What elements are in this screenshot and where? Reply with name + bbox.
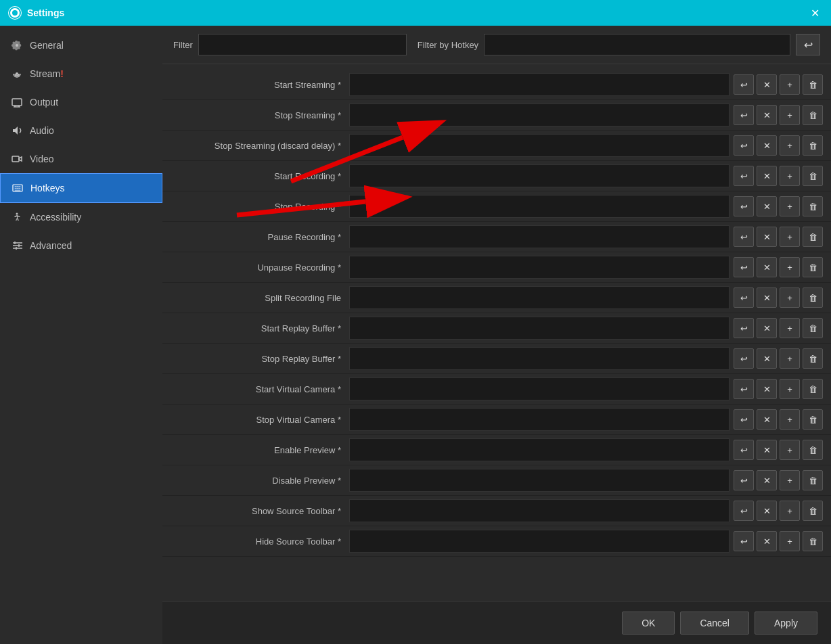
hotkey-clear-button[interactable]: ✕ — [757, 257, 777, 277]
hotkey-reset-button[interactable]: ↩ — [734, 166, 754, 186]
hotkey-reset-button[interactable]: ↩ — [734, 227, 754, 247]
hotkey-reset-button[interactable]: ↩ — [734, 409, 754, 430]
hotkey-action-group: ↩✕+🗑 — [734, 531, 823, 551]
hotkey-key-input[interactable] — [349, 499, 729, 522]
hotkey-key-input[interactable] — [349, 195, 729, 218]
hotkey-delete-button[interactable]: 🗑 — [803, 470, 823, 490]
hotkey-add-button[interactable]: + — [780, 440, 800, 460]
hotkey-clear-button[interactable]: ✕ — [757, 501, 777, 521]
hotkey-reset-button[interactable]: ↩ — [734, 379, 754, 399]
hotkey-reset-button[interactable]: ↩ — [734, 288, 754, 308]
hotkey-clear-button[interactable]: ✕ — [757, 318, 777, 338]
hotkey-clear-button[interactable]: ✕ — [757, 379, 777, 399]
hotkey-action-group: ↩✕+🗑 — [734, 318, 823, 338]
hotkey-name-label: Stop Recording * — [173, 202, 349, 212]
hotkey-delete-button[interactable]: 🗑 — [803, 440, 823, 460]
hotkey-add-button[interactable]: + — [780, 501, 800, 521]
hotkey-delete-button[interactable]: 🗑 — [803, 74, 823, 95]
hotkey-key-input[interactable] — [349, 164, 729, 187]
apply-button[interactable]: Apply — [755, 612, 817, 635]
hotkey-reset-button[interactable]: ↩ — [734, 105, 754, 125]
sidebar-item-output[interactable]: Output — [0, 88, 162, 116]
hotkey-key-input[interactable] — [349, 347, 729, 370]
sidebar-item-stream[interactable]: Stream! — [0, 60, 162, 88]
hotkey-key-input[interactable] — [349, 408, 729, 431]
hotkeys-list: Start Streaming *↩✕+🗑Stop Streaming *↩✕+… — [162, 64, 831, 601]
hotkey-reset-button[interactable]: ↩ — [734, 470, 754, 490]
hotkey-delete-button[interactable]: 🗑 — [803, 227, 823, 247]
hotkey-clear-button[interactable]: ✕ — [757, 135, 777, 156]
hotkey-clear-button[interactable]: ✕ — [757, 470, 777, 490]
hotkey-reset-button[interactable]: ↩ — [734, 348, 754, 369]
sidebar-item-accessibility[interactable]: Accessibility — [0, 203, 162, 231]
hotkey-reset-button[interactable]: ↩ — [734, 440, 754, 460]
cancel-button[interactable]: Cancel — [680, 612, 749, 635]
sidebar-item-general[interactable]: General — [0, 31, 162, 60]
hotkey-clear-button[interactable]: ✕ — [757, 227, 777, 247]
hotkey-reset-button[interactable]: ↩ — [734, 135, 754, 156]
hotkey-delete-button[interactable]: 🗑 — [803, 379, 823, 399]
hotkey-delete-button[interactable]: 🗑 — [803, 409, 823, 430]
ok-button[interactable]: OK — [622, 612, 675, 635]
hotkey-reset-button[interactable]: ↩ — [734, 501, 754, 521]
hotkey-key-input[interactable] — [349, 286, 729, 309]
hotkey-add-button[interactable]: + — [780, 105, 800, 125]
hotkey-clear-button[interactable]: ✕ — [757, 531, 777, 551]
hotkey-key-input[interactable] — [349, 377, 729, 400]
hotkey-add-button[interactable]: + — [780, 288, 800, 308]
hotkey-key-input[interactable] — [349, 134, 729, 157]
sidebar-item-audio[interactable]: Audio — [0, 116, 162, 145]
sidebar-item-hotkeys[interactable]: Hotkeys — [0, 173, 162, 203]
hotkey-delete-button[interactable]: 🗑 — [803, 531, 823, 551]
hotkey-reset-button[interactable]: ↩ — [734, 74, 754, 95]
hotkey-delete-button[interactable]: 🗑 — [803, 105, 823, 125]
hotkey-clear-button[interactable]: ✕ — [757, 105, 777, 125]
hotkey-action-group: ↩✕+🗑 — [734, 135, 823, 156]
hotkey-reset-button[interactable]: ↩ — [734, 257, 754, 277]
hotkey-key-input[interactable] — [349, 317, 729, 340]
hotkey-add-button[interactable]: + — [780, 348, 800, 369]
hotkey-key-input[interactable] — [349, 225, 729, 248]
hotkey-key-input[interactable] — [349, 104, 729, 127]
sidebar-item-video[interactable]: Video — [0, 145, 162, 173]
hotkey-delete-button[interactable]: 🗑 — [803, 348, 823, 369]
sidebar-item-advanced[interactable]: Advanced — [0, 231, 162, 260]
hotkey-key-input[interactable] — [349, 73, 729, 96]
hotkey-add-button[interactable]: + — [780, 409, 800, 430]
hotkey-clear-button[interactable]: ✕ — [757, 409, 777, 430]
hotkey-clear-button[interactable]: ✕ — [757, 440, 777, 460]
hotkey-add-button[interactable]: + — [780, 531, 800, 551]
hotkey-add-button[interactable]: + — [780, 135, 800, 156]
filter-hotkey-input[interactable] — [484, 34, 790, 55]
hotkey-clear-button[interactable]: ✕ — [757, 288, 777, 308]
hotkey-delete-button[interactable]: 🗑 — [803, 318, 823, 338]
hotkey-add-button[interactable]: + — [780, 196, 800, 216]
hotkey-reset-button[interactable]: ↩ — [734, 196, 754, 216]
hotkey-reset-button[interactable]: ↩ — [734, 531, 754, 551]
filter-input[interactable] — [198, 34, 407, 55]
hotkey-clear-button[interactable]: ✕ — [757, 166, 777, 186]
hotkey-reset-button[interactable]: ↩ — [734, 318, 754, 338]
hotkey-key-input[interactable] — [349, 530, 729, 553]
hotkey-delete-button[interactable]: 🗑 — [803, 257, 823, 277]
hotkey-add-button[interactable]: + — [780, 257, 800, 277]
hotkey-clear-button[interactable]: ✕ — [757, 348, 777, 369]
hotkey-clear-button[interactable]: ✕ — [757, 196, 777, 216]
hotkey-key-input[interactable] — [349, 469, 729, 492]
hotkey-clear-button[interactable]: ✕ — [757, 74, 777, 95]
hotkey-delete-button[interactable]: 🗑 — [803, 288, 823, 308]
hotkey-delete-button[interactable]: 🗑 — [803, 501, 823, 521]
hotkey-delete-button[interactable]: 🗑 — [803, 135, 823, 156]
hotkey-add-button[interactable]: + — [780, 470, 800, 490]
hotkey-key-input[interactable] — [349, 256, 729, 279]
close-button[interactable]: ✕ — [807, 5, 823, 21]
hotkey-add-button[interactable]: + — [780, 227, 800, 247]
hotkey-add-button[interactable]: + — [780, 379, 800, 399]
filter-back-button[interactable]: ↩ — [796, 34, 820, 55]
hotkey-delete-button[interactable]: 🗑 — [803, 166, 823, 186]
hotkey-add-button[interactable]: + — [780, 318, 800, 338]
hotkey-add-button[interactable]: + — [780, 74, 800, 95]
hotkey-delete-button[interactable]: 🗑 — [803, 196, 823, 216]
hotkey-key-input[interactable] — [349, 438, 729, 461]
hotkey-add-button[interactable]: + — [780, 166, 800, 186]
